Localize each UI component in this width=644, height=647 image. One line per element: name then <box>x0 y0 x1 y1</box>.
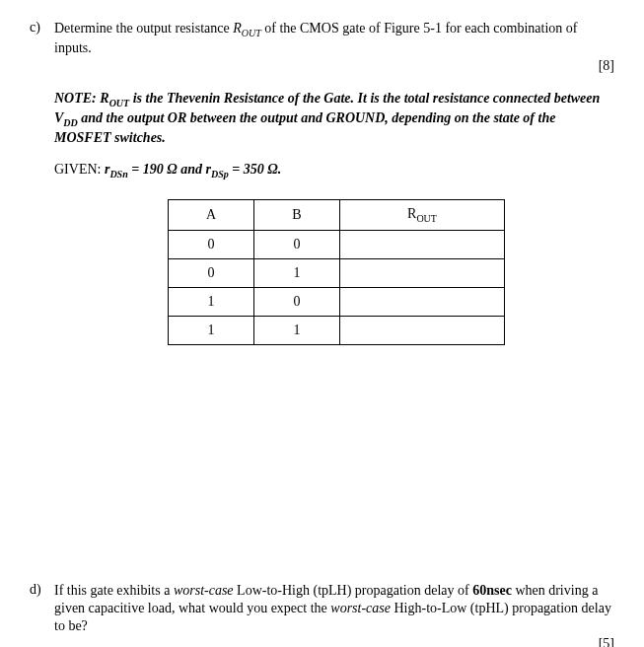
note-text2: and the output OR between the output and… <box>54 110 555 145</box>
cell-a: 0 <box>169 230 254 258</box>
question-d: d) If this gate exhibits a worst-case Lo… <box>30 582 614 647</box>
question-d-text: If this gate exhibits a worst-case Low-t… <box>54 582 614 647</box>
table-container: A B ROUT 0 0 0 1 1 0 1 1 <box>168 199 614 345</box>
table-header-row: A B ROUT <box>169 199 505 230</box>
cell-rout <box>340 316 505 344</box>
text-prefix: Determine the output resistance <box>54 21 233 36</box>
given-block: GIVEN: rDSn = 190 Ω and rDSp = 350 Ω. <box>54 162 614 180</box>
d-text1: If this gate exhibits a <box>54 583 174 598</box>
table-row: 0 1 <box>169 258 505 287</box>
d-worst-case2: worst-case <box>330 601 391 615</box>
note-r-sub: OUT <box>109 98 130 108</box>
d-text2: Low-to-High (tpLH) propagation delay of <box>234 583 473 598</box>
cell-rout <box>340 287 505 316</box>
table-row: 1 0 <box>169 287 505 316</box>
cell-b: 0 <box>254 287 340 316</box>
cell-b: 0 <box>254 230 340 258</box>
cell-a: 0 <box>169 258 254 287</box>
cell-rout <box>340 258 505 287</box>
header-rout-r: R <box>407 206 416 221</box>
d-worst-case: worst-case <box>174 583 234 598</box>
cell-b: 1 <box>254 316 340 344</box>
rout-sub: OUT <box>242 28 261 38</box>
header-rout: ROUT <box>340 199 505 230</box>
question-c-header: c) Determine the output resistance ROUT … <box>30 20 614 75</box>
given-label: GIVEN: <box>54 162 105 177</box>
rdsp-val: = 350 Ω. <box>229 162 281 177</box>
d-delay: 60nsec <box>472 583 512 598</box>
table-row: 1 1 <box>169 316 505 344</box>
cell-a: 1 <box>169 287 254 316</box>
header-rout-sub: OUT <box>416 213 437 224</box>
question-c-text: Determine the output resistance ROUT of … <box>54 20 614 75</box>
question-c: c) Determine the output resistance ROUT … <box>30 20 614 75</box>
question-c-letter: c) <box>30 20 54 36</box>
header-a: A <box>169 199 254 230</box>
note-vdd-sub: DD <box>63 117 77 128</box>
header-b: B <box>254 199 340 230</box>
question-d-letter: d) <box>30 582 54 598</box>
cell-rout <box>340 230 505 258</box>
cell-a: 1 <box>169 316 254 344</box>
table-row: 0 0 <box>169 230 505 258</box>
question-c-marks: [8] <box>54 57 614 75</box>
question-d-header: d) If this gate exhibits a worst-case Lo… <box>30 582 614 647</box>
truth-table: A B ROUT 0 0 0 1 1 0 1 1 <box>168 199 505 345</box>
rout-symbol: R <box>233 21 242 36</box>
spacer <box>30 365 614 582</box>
rdsp-sub: DSp <box>211 169 229 180</box>
note-label: NOTE: <box>54 91 100 106</box>
rdsn-sub: DSn <box>109 169 127 180</box>
question-d-marks: [5] <box>54 635 614 647</box>
rdsn-val: = 190 Ω <box>128 162 178 177</box>
cell-b: 1 <box>254 258 340 287</box>
given-and: and <box>178 162 206 177</box>
note-r: R <box>100 91 108 106</box>
note-block: NOTE: ROUT is the Thevenin Resistance of… <box>54 90 614 147</box>
